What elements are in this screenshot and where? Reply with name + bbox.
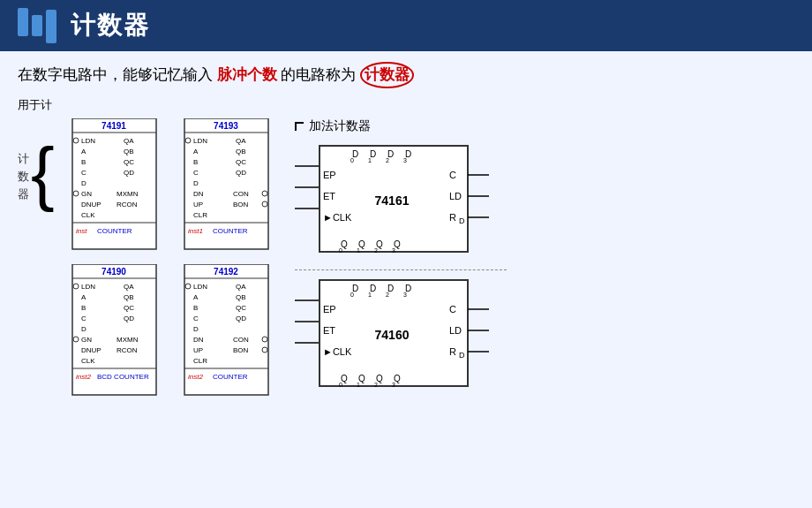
- svg-text:D: D: [193, 179, 199, 187]
- intro-highlight: 脉冲个数: [217, 66, 277, 83]
- intro-text: 在数字电路中，能够记忆输入 脉冲个数 的电路称为 计数器: [18, 62, 794, 88]
- adder-label: 加法计数器: [295, 118, 507, 134]
- svg-text:QB: QB: [236, 293, 246, 301]
- svg-text:74192: 74192: [214, 267, 238, 277]
- svg-text:74161: 74161: [374, 193, 409, 208]
- ic-74160-large: D 0 D 1 D 2 D 3 EP ET ►CLK 74160 C LD: [295, 276, 507, 398]
- sub-label: 用于计: [18, 97, 794, 113]
- svg-text:BCD COUNTER: BCD COUNTER: [97, 373, 149, 381]
- svg-text:D: D: [459, 216, 465, 225]
- ic-74192-svg: 74192 LDN A B C D DN UP CLR QA: [176, 264, 277, 401]
- svg-text:D: D: [81, 325, 86, 333]
- svg-text:QA: QA: [236, 137, 246, 145]
- svg-text:C: C: [81, 315, 86, 322]
- ic-74193: 74193 LDN A B C D DN UP CLR QA: [176, 118, 277, 255]
- ic-74192: 74192 LDN A B C D DN UP CLR QA: [176, 264, 277, 401]
- svg-text:A: A: [193, 293, 199, 301]
- svg-text:3: 3: [403, 292, 407, 298]
- chips-row-1: 74191 LDN A B C D GN DNUP CL: [64, 118, 277, 255]
- svg-text:DN: DN: [193, 190, 204, 198]
- svg-point-54: [73, 337, 79, 342]
- svg-point-48: [73, 284, 79, 289]
- svg-text:D: D: [459, 351, 465, 360]
- svg-text:QD: QD: [236, 315, 246, 322]
- svg-text:C: C: [193, 169, 199, 177]
- svg-text:RCON: RCON: [117, 346, 138, 354]
- svg-text:C: C: [193, 315, 199, 322]
- svg-text:1: 1: [368, 292, 372, 298]
- small-chips-grid: 74191 LDN A B C D GN DNUP CL: [64, 118, 277, 401]
- svg-text:QD: QD: [124, 169, 134, 177]
- svg-text:A: A: [81, 148, 86, 155]
- svg-text:74160: 74160: [374, 328, 409, 342]
- svg-text:EP: EP: [323, 304, 336, 315]
- header: 计数器: [0, 0, 812, 51]
- bracket-labels: 计 数 器: [18, 151, 29, 202]
- svg-text:DNUP: DNUP: [81, 201, 102, 209]
- svg-text:COUNTER: COUNTER: [97, 227, 132, 235]
- svg-text:1: 1: [357, 382, 360, 388]
- main-layout: 计 数 器 { 74191: [18, 118, 794, 401]
- svg-text:QD: QD: [124, 315, 134, 322]
- svg-text:D: D: [193, 325, 199, 333]
- svg-text:COUNTER: COUNTER: [213, 373, 248, 381]
- svg-text:CLK: CLK: [81, 211, 95, 219]
- svg-text:QB: QB: [124, 293, 134, 301]
- ic-74193-svg: 74193 LDN A B C D DN UP CLR QA: [176, 118, 277, 255]
- svg-text:inst2: inst2: [188, 373, 203, 381]
- ic-74190-svg: 74190 LDN A B C D GN DNUP CLK: [64, 264, 165, 401]
- logo-bar-3: [46, 10, 56, 43]
- svg-point-40: [262, 201, 267, 207]
- svg-text:LDN: LDN: [193, 137, 207, 145]
- svg-text:CON: CON: [233, 190, 249, 198]
- svg-text:EP: EP: [323, 170, 336, 180]
- svg-text:UP: UP: [193, 201, 203, 209]
- svg-point-70: [185, 284, 191, 289]
- svg-text:2: 2: [374, 247, 378, 254]
- ic-74161-large: D 0 D 1 D 2 D 3 EP ET ►CLK 74161: [295, 141, 507, 264]
- svg-text:CLR: CLR: [193, 211, 207, 219]
- svg-text:►CLK: ►CLK: [323, 212, 352, 223]
- svg-text:A: A: [193, 148, 199, 155]
- ic-74161-svg: D 0 D 1 D 2 D 3 EP ET ►CLK 74161: [295, 141, 507, 261]
- dotted-sep: [295, 269, 507, 270]
- svg-text:3: 3: [403, 157, 407, 163]
- svg-text:0: 0: [350, 292, 354, 298]
- svg-text:QB: QB: [124, 148, 134, 155]
- svg-text:QA: QA: [124, 283, 134, 291]
- ic-74191: 74191 LDN A B C D GN DNUP CL: [64, 118, 165, 255]
- right-section: 加法计数器 D 0 D 1: [286, 118, 507, 398]
- svg-text:2: 2: [386, 292, 389, 298]
- corner-mark: [295, 122, 304, 131]
- svg-text:74191: 74191: [102, 121, 126, 131]
- svg-text:COUNTER: COUNTER: [213, 227, 248, 235]
- svg-text:C: C: [449, 170, 456, 180]
- svg-text:1: 1: [357, 247, 360, 254]
- page-title: 计数器: [71, 9, 150, 42]
- svg-text:QB: QB: [236, 148, 246, 155]
- svg-text:B: B: [81, 158, 86, 166]
- svg-text:QA: QA: [124, 137, 134, 145]
- svg-text:QC: QC: [236, 158, 246, 166]
- svg-point-9: [73, 191, 79, 196]
- svg-text:B: B: [193, 158, 198, 166]
- ic-74190: 74190 LDN A B C D GN DNUP CLK: [64, 264, 165, 401]
- svg-text:MXMN: MXMN: [117, 336, 139, 344]
- svg-text:D: D: [81, 179, 86, 187]
- svg-text:1: 1: [368, 157, 372, 163]
- svg-text:QC: QC: [236, 304, 246, 312]
- svg-text:LDN: LDN: [193, 283, 207, 291]
- svg-text:R: R: [449, 212, 456, 223]
- svg-text:RCON: RCON: [117, 201, 138, 209]
- svg-text:DNUP: DNUP: [81, 346, 102, 354]
- svg-text:74190: 74190: [102, 267, 126, 277]
- svg-text:C: C: [449, 304, 456, 315]
- svg-text:QA: QA: [236, 283, 246, 291]
- svg-text:inst: inst: [76, 227, 87, 235]
- sub-label-text: 用于计: [18, 98, 52, 111]
- svg-text:74193: 74193: [214, 121, 238, 131]
- svg-point-38: [262, 191, 267, 196]
- svg-text:QC: QC: [124, 158, 134, 166]
- svg-text:A: A: [81, 293, 86, 301]
- svg-text:0: 0: [339, 247, 342, 254]
